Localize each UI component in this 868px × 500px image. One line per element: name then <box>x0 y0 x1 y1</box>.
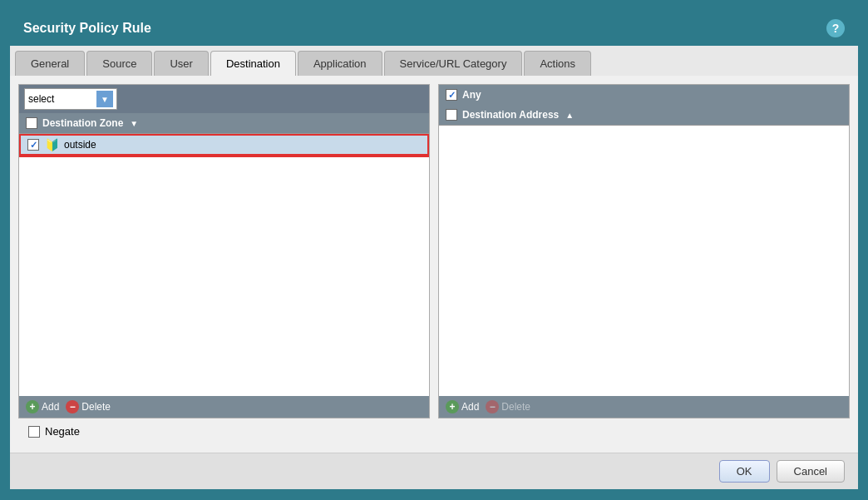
zone-add-button[interactable]: + Add <box>26 400 59 413</box>
address-add-icon: + <box>446 400 459 413</box>
dialog-footer: OK Cancel <box>10 453 858 489</box>
tab-source[interactable]: Source <box>86 51 152 76</box>
zone-select-arrow[interactable]: ▼ <box>96 91 113 107</box>
tab-destination[interactable]: Destination <box>210 51 296 76</box>
address-footer: + Add − Delete <box>439 396 849 418</box>
delete-icon: − <box>66 400 79 413</box>
negate-row: Negate <box>18 418 850 444</box>
tab-application[interactable]: Application <box>298 51 382 76</box>
any-header: Any <box>439 85 849 105</box>
tab-general[interactable]: General <box>15 51 85 76</box>
tab-actions[interactable]: Actions <box>524 51 591 76</box>
tab-service-url[interactable]: Service/URL Category <box>384 51 523 76</box>
cancel-button[interactable]: Cancel <box>777 460 845 483</box>
zone-list: 🔰 outside <box>19 134 429 396</box>
sort-icon: ▼ <box>130 119 138 128</box>
any-checkbox[interactable] <box>446 89 457 101</box>
tab-user[interactable]: User <box>154 51 208 76</box>
ok-button[interactable]: OK <box>719 460 770 483</box>
dialog-title: Security Policy Rule <box>23 21 151 36</box>
negate-label: Negate <box>45 425 80 438</box>
address-list <box>439 126 849 396</box>
destination-address-header: Destination Address ▲ <box>439 105 849 126</box>
dialog-body: select ▼ Destination Zone ▼ 🔰 outside <box>10 76 858 453</box>
content-area: select ▼ Destination Zone ▼ 🔰 outside <box>18 84 850 418</box>
address-delete-icon: − <box>486 400 499 413</box>
add-icon: + <box>26 400 39 413</box>
zone-row-outside[interactable]: 🔰 outside <box>19 134 429 156</box>
zone-icon-outside: 🔰 <box>44 139 59 151</box>
dialog-header: Security Policy Rule ? <box>10 11 858 46</box>
security-policy-rule-dialog: Security Policy Rule ? General Source Us… <box>10 11 858 489</box>
address-sort-icon: ▲ <box>565 111 574 120</box>
address-add-button[interactable]: + Add <box>446 400 479 413</box>
negate-checkbox[interactable] <box>28 426 40 438</box>
destination-zone-panel: select ▼ Destination Zone ▼ 🔰 outside <box>18 84 430 418</box>
zone-label-outside: outside <box>64 139 96 151</box>
zone-delete-button[interactable]: − Delete <box>66 400 111 413</box>
zone-select[interactable]: select ▼ <box>24 88 117 110</box>
help-icon[interactable]: ? <box>826 19 845 37</box>
address-header-checkbox[interactable] <box>446 109 457 121</box>
destination-address-panel: Any Destination Address ▲ + Add − <box>438 84 850 418</box>
zone-toolbar: select ▼ <box>19 85 429 113</box>
zone-footer: + Add − Delete <box>19 396 429 418</box>
destination-zone-header: Destination Zone ▼ <box>19 113 429 134</box>
zone-header-checkbox[interactable] <box>26 117 37 129</box>
tabs-bar: General Source User Destination Applicat… <box>10 46 858 76</box>
zone-checkbox-outside[interactable] <box>27 139 39 151</box>
address-delete-button[interactable]: − Delete <box>486 400 530 413</box>
